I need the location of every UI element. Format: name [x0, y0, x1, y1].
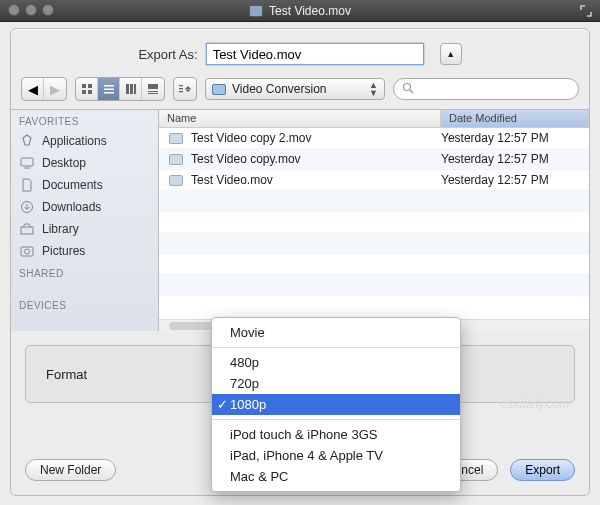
svg-rect-4 [104, 85, 114, 87]
format-option[interactable]: Movie [212, 322, 460, 343]
svg-rect-9 [134, 84, 136, 94]
filename-input[interactable] [206, 43, 424, 65]
format-option[interactable]: 720p [212, 373, 460, 394]
window-title: Test Video.mov [269, 4, 351, 18]
svg-rect-21 [21, 227, 33, 234]
downloads-icon [19, 200, 35, 214]
movie-file-icon [169, 133, 183, 144]
search-input[interactable] [420, 82, 570, 96]
svg-line-17 [410, 90, 413, 93]
format-option[interactable]: 480p [212, 352, 460, 373]
sidebar-item-label: Desktop [42, 156, 86, 170]
column-headers: Name Date Modified [159, 110, 589, 128]
fullscreen-icon[interactable] [580, 5, 592, 17]
icon-view-button[interactable] [76, 78, 98, 100]
minimize-window-icon[interactable] [25, 4, 37, 16]
expand-toggle-button[interactable]: ▲ [440, 43, 462, 65]
sidebar-item-downloads[interactable]: Downloads [11, 196, 158, 218]
back-button[interactable]: ◀ [22, 78, 44, 100]
svg-rect-2 [82, 90, 86, 94]
close-window-icon[interactable] [8, 4, 20, 16]
new-folder-button[interactable]: New Folder [25, 459, 116, 481]
svg-rect-15 [179, 91, 183, 92]
export-sheet: Export As: ▲ ◀ ▶ Video Conversion ▲▼ [10, 28, 590, 496]
coverflow-view-button[interactable] [142, 78, 164, 100]
column-header-date[interactable]: Date Modified [441, 110, 589, 127]
svg-rect-1 [88, 84, 92, 88]
svg-rect-3 [88, 90, 92, 94]
movie-file-icon [169, 175, 183, 186]
arrange-button[interactable] [174, 78, 196, 100]
browser-body: FAVORITES Applications Desktop Documents… [11, 109, 589, 331]
list-view-button[interactable] [98, 78, 120, 100]
svg-rect-11 [148, 91, 158, 92]
svg-rect-7 [126, 84, 129, 94]
search-icon [402, 82, 414, 97]
format-option-selected[interactable]: 1080p [212, 394, 460, 415]
file-name: Test Video copy 2.mov [191, 131, 312, 145]
file-row-empty [159, 191, 589, 212]
sidebar-item-label: Documents [42, 178, 103, 192]
column-view-button[interactable] [120, 78, 142, 100]
file-date: Yesterday 12:57 PM [441, 152, 589, 166]
sidebar-item-label: Applications [42, 134, 107, 148]
sidebar-item-applications[interactable]: Applications [11, 130, 158, 152]
forward-button[interactable]: ▶ [44, 78, 66, 100]
file-row-empty [159, 212, 589, 233]
pictures-icon [19, 244, 35, 258]
chevron-up-down-icon: ▲▼ [369, 81, 378, 97]
zoom-window-icon[interactable] [42, 4, 54, 16]
format-option[interactable]: Mac & PC [212, 466, 460, 487]
sidebar-item-label: Downloads [42, 200, 101, 214]
sidebar-item-desktop[interactable]: Desktop [11, 152, 158, 174]
format-dropdown-menu: Movie 480p 720p 1080p iPod touch & iPhon… [211, 317, 461, 492]
sidebar-item-label: Library [42, 222, 79, 236]
svg-rect-13 [179, 85, 183, 86]
file-row-empty [159, 254, 589, 275]
svg-rect-5 [104, 89, 114, 91]
file-rows: Test Video copy 2.mov Yesterday 12:57 PM… [159, 128, 589, 319]
watermark-text: osxdaily.com [501, 397, 569, 411]
location-label: Video Conversion [232, 82, 327, 96]
svg-point-16 [404, 83, 411, 90]
sidebar-item-documents[interactable]: Documents [11, 174, 158, 196]
file-date: Yesterday 12:57 PM [441, 131, 589, 145]
sidebar-item-library[interactable]: Library [11, 218, 158, 240]
svg-rect-0 [82, 84, 86, 88]
svg-rect-18 [21, 158, 33, 166]
export-as-row: Export As: ▲ [11, 29, 589, 77]
file-row-empty [159, 233, 589, 254]
format-option[interactable]: iPod touch & iPhone 3GS [212, 424, 460, 445]
export-button[interactable]: Export [510, 459, 575, 481]
search-field[interactable] [393, 78, 579, 100]
file-row[interactable]: Test Video copy 2.mov Yesterday 12:57 PM [159, 128, 589, 149]
format-option[interactable]: iPad, iPhone 4 & Apple TV [212, 445, 460, 466]
sidebar: FAVORITES Applications Desktop Documents… [11, 110, 159, 331]
svg-rect-10 [148, 84, 158, 89]
svg-rect-12 [148, 93, 158, 94]
sidebar-item-pictures[interactable]: Pictures [11, 240, 158, 262]
sidebar-section-favorites: FAVORITES [11, 110, 158, 130]
file-row[interactable]: Test Video copy.mov Yesterday 12:57 PM [159, 149, 589, 170]
column-header-name[interactable]: Name [159, 110, 441, 127]
sidebar-section-devices: DEVICES [11, 294, 158, 314]
file-name: Test Video.mov [191, 173, 273, 187]
svg-rect-14 [179, 88, 183, 89]
document-proxy-icon [249, 5, 263, 17]
file-row[interactable]: Test Video.mov Yesterday 12:57 PM [159, 170, 589, 191]
svg-rect-6 [104, 92, 114, 94]
arrange-segment [173, 77, 197, 101]
nav-back-forward: ◀ ▶ [21, 77, 67, 101]
traffic-lights [8, 4, 54, 16]
svg-point-23 [25, 249, 30, 254]
library-icon [19, 222, 35, 236]
browser-toolbar: ◀ ▶ Video Conversion ▲▼ [11, 77, 589, 109]
window-titlebar: Test Video.mov [0, 0, 600, 22]
location-popup[interactable]: Video Conversion ▲▼ [205, 78, 385, 100]
file-row-empty [159, 275, 589, 296]
file-date: Yesterday 12:57 PM [441, 173, 589, 187]
format-label: Format [46, 367, 87, 382]
view-mode-segment [75, 77, 165, 101]
documents-icon [19, 178, 35, 192]
export-as-label: Export As: [138, 47, 197, 62]
